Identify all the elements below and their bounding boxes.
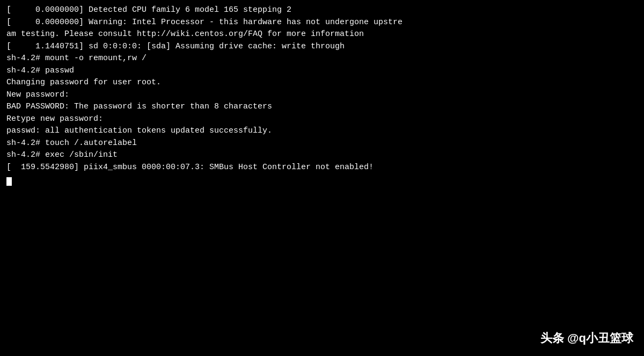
watermark: 头条 @q小丑篮球 bbox=[540, 330, 633, 346]
terminal-line: [ 159.5542980] piix4_smbus 0000:00:07.3:… bbox=[6, 162, 638, 174]
terminal-line: [ 0.0000000] Detected CPU family 6 model… bbox=[6, 4, 638, 17]
terminal-line: sh-4.2# mount -o remount,rw / bbox=[6, 53, 638, 65]
cursor-line bbox=[6, 173, 638, 186]
terminal-line: Retype new password: bbox=[6, 113, 638, 126]
terminal-line: am testing. Please consult http://wiki.c… bbox=[6, 28, 638, 41]
terminal-line: sh-4.2# passwd bbox=[6, 65, 638, 77]
terminal-line: Changing password for user root. bbox=[6, 77, 638, 89]
terminal-output: [ 0.0000000] Detected CPU family 6 model… bbox=[6, 4, 638, 173]
terminal-line: New password: bbox=[6, 89, 638, 101]
terminal-line: [ 1.1440751] sd 0:0:0:0: [sda] Assuming … bbox=[6, 41, 638, 53]
terminal-line: passwd: all authentication tokens update… bbox=[6, 125, 638, 137]
terminal-line: [ 0.0000000] Warning: Intel Processor - … bbox=[6, 17, 638, 29]
terminal-line: BAD PASSWORD: The password is shorter th… bbox=[6, 101, 638, 113]
terminal-window[interactable]: [ 0.0000000] Detected CPU family 6 model… bbox=[0, 0, 644, 356]
terminal-line: sh-4.2# exec /sbin/init bbox=[6, 149, 638, 162]
terminal-line: sh-4.2# touch /.autorelabel bbox=[6, 137, 638, 150]
